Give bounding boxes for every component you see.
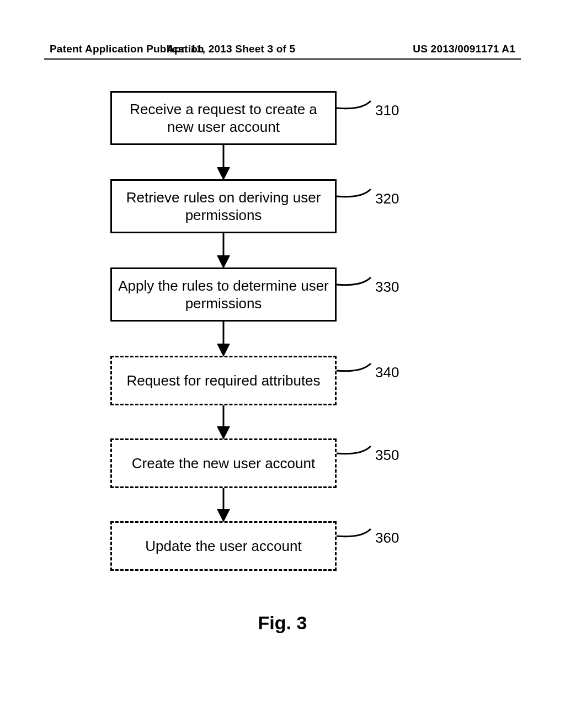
flow-step-text: Receive a request to create a new user a…	[118, 100, 329, 136]
header-rule	[44, 58, 521, 60]
ref-340: 340	[375, 364, 399, 381]
ref-330: 330	[375, 279, 399, 296]
figure-caption: Fig. 3	[0, 612, 565, 634]
flow-step-text: Create the new user account	[132, 454, 315, 473]
header-right: US 2013/0091171 A1	[413, 43, 515, 55]
header-center: Apr. 11, 2013 Sheet 3 of 5	[167, 43, 295, 55]
ref-350: 350	[375, 447, 399, 464]
page-header: Patent Application Publication Apr. 11, …	[50, 43, 515, 55]
flow-step-text: Retrieve rules on deriving user permissi…	[118, 189, 329, 224]
flow-step-330: Apply the rules to determine user permis…	[110, 267, 337, 322]
flow-step-text: Request for required attributes	[126, 372, 320, 390]
ref-320: 320	[375, 190, 399, 207]
flow-step-340: Request for required attributes	[110, 356, 337, 405]
flow-step-360: Update the user account	[110, 521, 337, 571]
ref-310: 310	[375, 102, 399, 119]
flow-step-320: Retrieve rules on deriving user permissi…	[110, 179, 337, 233]
flow-step-text: Update the user account	[145, 537, 301, 555]
page: Patent Application Publication Apr. 11, …	[0, 0, 565, 728]
flow-step-text: Apply the rules to determine user permis…	[118, 277, 329, 313]
flow-step-350: Create the new user account	[110, 438, 337, 488]
flow-step-310: Receive a request to create a new user a…	[110, 91, 337, 145]
ref-360: 360	[375, 529, 399, 547]
